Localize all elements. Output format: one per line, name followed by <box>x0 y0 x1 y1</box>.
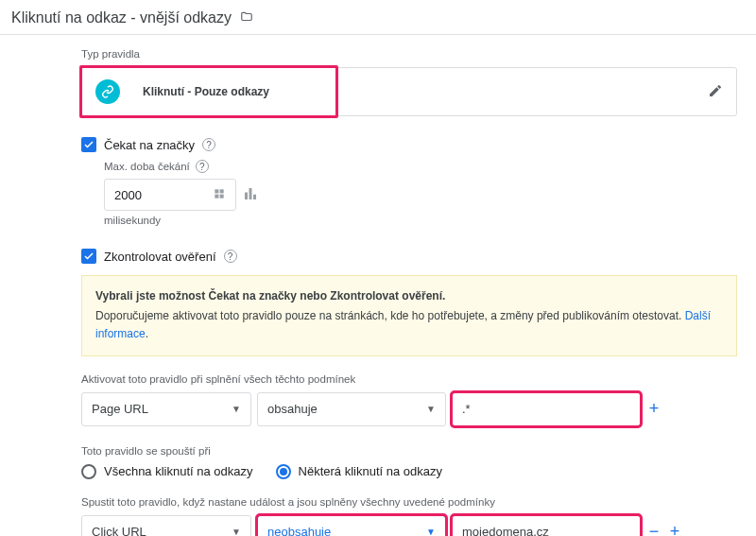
chevron-down-icon: ▼ <box>232 404 241 414</box>
activate-operator-select[interactable]: obsahuje▼ <box>257 392 446 426</box>
help-icon[interactable]: ? <box>196 160 209 173</box>
variable-picker-icon[interactable] <box>242 185 259 205</box>
help-icon[interactable]: ? <box>224 250 237 263</box>
svg-rect-1 <box>220 189 224 193</box>
info-box: Vybrali jste možnost Čekat na značky neb… <box>81 275 737 356</box>
wait-label: Čekat na značky <box>104 138 195 152</box>
wait-for-tags-row: Čekat na značky ? <box>81 137 737 152</box>
max-wait-input[interactable]: 2000 <box>104 179 236 211</box>
validation-checkbox[interactable] <box>81 249 96 264</box>
trigger-config-panel: Typ pravidla Kliknutí - Pouze odkazy Ček… <box>0 35 756 536</box>
wait-checkbox[interactable] <box>81 137 96 152</box>
info-bold: Vybrali jste možnost Čekat na značky neb… <box>95 287 723 305</box>
fireon-label: Toto pravidlo se spouští při <box>81 445 737 457</box>
validation-label: Zkontrolovat ověření <box>104 250 216 264</box>
radio-icon <box>276 464 291 479</box>
add-condition-button[interactable]: + <box>667 522 682 536</box>
wait-unit: milisekundy <box>104 215 737 226</box>
folder-icon[interactable] <box>239 10 254 26</box>
wait-sub-block: Max. doba čekání ? 2000 milisekundy <box>104 160 737 226</box>
activate-label: Aktivovat toto pravidlo při splnění všec… <box>81 373 737 385</box>
pencil-icon[interactable] <box>708 83 723 101</box>
radio-all-clicks[interactable]: Všechna kliknutí na odkazy <box>81 464 253 479</box>
chevron-down-icon: ▼ <box>426 527 436 536</box>
add-condition-button[interactable]: + <box>646 399 662 419</box>
chevron-down-icon: ▼ <box>426 404 436 414</box>
svg-rect-2 <box>215 194 218 198</box>
activate-variable-select[interactable]: Page URL▼ <box>81 392 251 426</box>
activate-value-input[interactable]: .* <box>452 392 641 426</box>
link-icon <box>95 79 120 104</box>
max-wait-label: Max. doba čekání ? <box>104 160 737 173</box>
type-label: Typ pravidla <box>81 48 737 60</box>
fire-operator-select[interactable]: neobsahuje▼ <box>257 515 446 536</box>
radio-some-clicks[interactable]: Některá kliknutí na odkazy <box>276 464 442 479</box>
fire-variable-select[interactable]: Click URL▼ <box>81 515 251 536</box>
page-header: Kliknutí na odkaz - vnější odkazy <box>0 0 756 35</box>
svg-rect-3 <box>220 194 224 198</box>
radio-icon <box>81 464 96 479</box>
fire-condition-row: Click URL▼ neobsahuje▼ mojedomena.cz − + <box>81 515 737 536</box>
fire-value-input[interactable]: mojedomena.cz <box>452 515 641 536</box>
trigger-type-card[interactable]: Kliknutí - Pouze odkazy <box>81 67 737 116</box>
fire-cond-label: Spustit toto pravidlo, když nastane udál… <box>81 496 737 508</box>
activate-condition-row: Page URL▼ obsahuje▼ .* + <box>81 392 737 426</box>
info-text: Doporučujeme aktivovat toto pravidlo pou… <box>95 307 723 343</box>
help-icon[interactable]: ? <box>202 138 215 151</box>
chevron-down-icon: ▼ <box>232 527 241 536</box>
trigger-type-name: Kliknutí - Pouze odkazy <box>143 85 269 98</box>
fireon-radio-group: Všechna kliknutí na odkazy Některá klikn… <box>81 464 737 479</box>
page-title: Kliknutí na odkaz - vnější odkazy <box>11 9 232 26</box>
svg-rect-0 <box>215 189 218 193</box>
remove-condition-button[interactable]: − <box>646 522 662 536</box>
stepper-icon[interactable] <box>213 187 226 203</box>
validation-row: Zkontrolovat ověření ? <box>81 249 737 264</box>
